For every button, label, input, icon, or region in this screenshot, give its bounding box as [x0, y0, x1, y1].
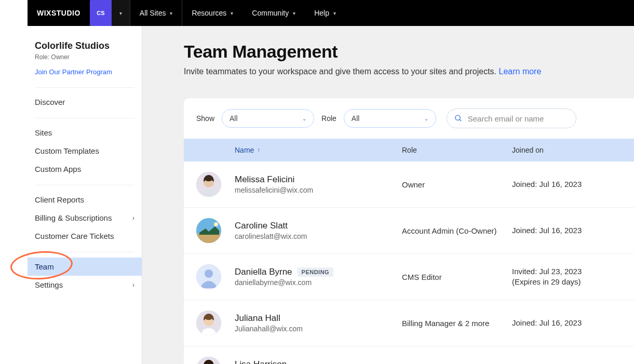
- user-name: Melissa Felicini: [235, 174, 294, 185]
- user-joined: Joined: Jul 16, 2023: [512, 179, 622, 190]
- pending-badge: PENDING: [298, 267, 334, 277]
- user-name: Juliana Hall: [235, 313, 280, 323]
- sidebar-item-label: Customer Care Tickets: [35, 232, 114, 240]
- column-role[interactable]: Role: [402, 146, 512, 154]
- topbar-item-label: All Sites: [140, 9, 166, 17]
- sidebar: Colorlife Studios Role: Owner Join Our P…: [28, 26, 142, 364]
- avatar: [196, 311, 221, 335]
- topbar-item-community[interactable]: Community▾: [242, 0, 305, 26]
- user-role: Owner: [402, 180, 512, 189]
- name-cell: Daniella ByrnePENDINGdaniellabyrne@wix.c…: [235, 267, 402, 287]
- filter-show-label: Show: [196, 114, 214, 123]
- user-email: Julianahall@wix.com: [235, 325, 402, 333]
- topbar-item-all-sites[interactable]: All Sites▾: [130, 0, 183, 26]
- column-joined[interactable]: Joined on: [512, 146, 622, 154]
- sidebar-item-discover[interactable]: Discover: [28, 93, 142, 111]
- workspace-name: Colorlife Studios: [28, 41, 142, 51]
- name-cell: Juliana HallJulianahall@wix.com: [235, 313, 402, 333]
- user-role: CMS Editor: [402, 273, 512, 281]
- table-row[interactable]: Melissa Felicinimelissafelicini@wix.comO…: [184, 161, 634, 208]
- team-card: Show All ⌄ Role All ⌄: [184, 98, 634, 364]
- topbar-item-resources[interactable]: Resources▾: [182, 0, 242, 26]
- user-email: melissafelicini@wix.com: [235, 186, 402, 194]
- sidebar-item-billing[interactable]: Billing & Subscriptions›: [28, 209, 142, 227]
- topbar-item-help[interactable]: Help▾: [305, 0, 345, 26]
- user-name: Daniella Byrne: [235, 267, 292, 277]
- sidebar-item-care-tickets[interactable]: Customer Care Tickets: [28, 227, 142, 245]
- chevron-down-icon: ⌄: [424, 116, 428, 122]
- sidebar-item-label: Client Reports: [35, 195, 84, 204]
- filter-role-label: Role: [321, 114, 336, 123]
- avatar: [196, 218, 221, 243]
- name-cell: Lisa Harrisonlisaharrison@wix.com: [235, 359, 402, 364]
- name-cell: Caroline Slattcarolineslatt@wix.com: [235, 221, 402, 240]
- sidebar-item-custom-apps[interactable]: Custom Apps: [28, 160, 142, 178]
- sidebar-item-label: Team: [35, 262, 54, 271]
- sidebar-item-label: Settings: [35, 280, 63, 289]
- search-icon: [454, 114, 463, 123]
- user-email: carolineslatt@wix.com: [235, 232, 402, 240]
- chevron-down-icon: ▾: [119, 10, 122, 16]
- chevron-down-icon: ▾: [231, 10, 233, 16]
- sort-asc-icon: ↑: [257, 146, 260, 154]
- table-row[interactable]: Caroline Slattcarolineslatt@wix.comAccou…: [184, 208, 634, 254]
- page-subtitle: Invite teammates to your workspace and g…: [184, 67, 634, 76]
- topbar-item-label: Help: [314, 9, 329, 17]
- sidebar-item-client-reports[interactable]: Client Reports: [28, 191, 142, 209]
- chevron-right-icon: ›: [132, 214, 134, 222]
- user-name: Lisa Harrison: [235, 359, 287, 364]
- content: Team Management Invite teammates to your…: [142, 26, 634, 364]
- sidebar-item-sites[interactable]: Sites: [28, 124, 142, 142]
- workspace-badge[interactable]: CS: [90, 0, 112, 26]
- sidebar-item-label: Custom Apps: [35, 165, 81, 173]
- chevron-down-icon: ⌄: [302, 116, 306, 122]
- chevron-right-icon: ›: [132, 281, 134, 289]
- search-input[interactable]: [468, 114, 569, 123]
- avatar: [196, 172, 221, 197]
- svg-point-0: [455, 115, 460, 120]
- svg-line-1: [460, 119, 461, 121]
- topbar: WIXSTUDIO CS ▾ All Sites▾Resources▾Commu…: [28, 0, 634, 26]
- avatar: [196, 264, 221, 289]
- table-row[interactable]: Daniella ByrnePENDINGdaniellabyrne@wix.c…: [184, 254, 634, 300]
- user-name: Caroline Slatt: [235, 221, 288, 231]
- topbar-item-label: Resources: [192, 9, 226, 17]
- user-joined: Joined: Jul 16, 2023: [512, 318, 622, 328]
- sidebar-item-label: Discover: [35, 98, 65, 106]
- filter-role-select[interactable]: All ⌄: [344, 109, 436, 128]
- user-joined: Joined: Jul 16, 2023: [512, 225, 622, 236]
- learn-more-link[interactable]: Learn more: [499, 67, 542, 76]
- search-box[interactable]: [447, 109, 576, 128]
- user-role: Billing Manager & 2 more: [402, 319, 512, 328]
- table-row[interactable]: Lisa Harrisonlisaharrison@wix.comWebsite…: [184, 346, 634, 364]
- user-role: Account Admin (Co-Owner): [402, 226, 512, 235]
- page-title: Team Management: [184, 42, 634, 62]
- user-joined: Invited: Jul 23, 2023(Expires in 29 days…: [512, 266, 622, 288]
- user-email: daniellabyrne@wix.com: [235, 278, 402, 287]
- sidebar-item-team[interactable]: Team: [28, 258, 142, 276]
- chevron-down-icon: ▾: [293, 10, 295, 16]
- avatar: [196, 357, 221, 364]
- svg-rect-5: [196, 234, 221, 243]
- workspace-switcher[interactable]: ▾: [112, 0, 130, 26]
- workspace-role: Role: Owner: [28, 51, 142, 61]
- chevron-down-icon: ▾: [170, 10, 172, 16]
- sidebar-item-label: Billing & Subscriptions: [35, 213, 112, 222]
- table-header: Name ↑ Role Joined on: [184, 139, 634, 161]
- svg-point-8: [205, 269, 213, 278]
- column-name[interactable]: Name ↑: [235, 146, 402, 154]
- filter-show-select[interactable]: All ⌄: [222, 109, 314, 128]
- sidebar-item-custom-templates[interactable]: Custom Templates: [28, 142, 142, 160]
- svg-point-6: [214, 222, 218, 226]
- partner-program-link[interactable]: Join Our Partner Program: [28, 61, 142, 76]
- name-cell: Melissa Felicinimelissafelicini@wix.com: [235, 174, 402, 194]
- sidebar-item-label: Custom Templates: [35, 146, 99, 155]
- logo[interactable]: WIXSTUDIO: [28, 9, 90, 17]
- chevron-down-icon: ▾: [333, 10, 336, 16]
- sidebar-item-settings[interactable]: Settings›: [28, 276, 142, 294]
- table-row[interactable]: Juliana HallJulianahall@wix.comBilling M…: [184, 300, 634, 346]
- topbar-item-label: Community: [252, 9, 289, 17]
- sidebar-item-label: Sites: [35, 128, 52, 137]
